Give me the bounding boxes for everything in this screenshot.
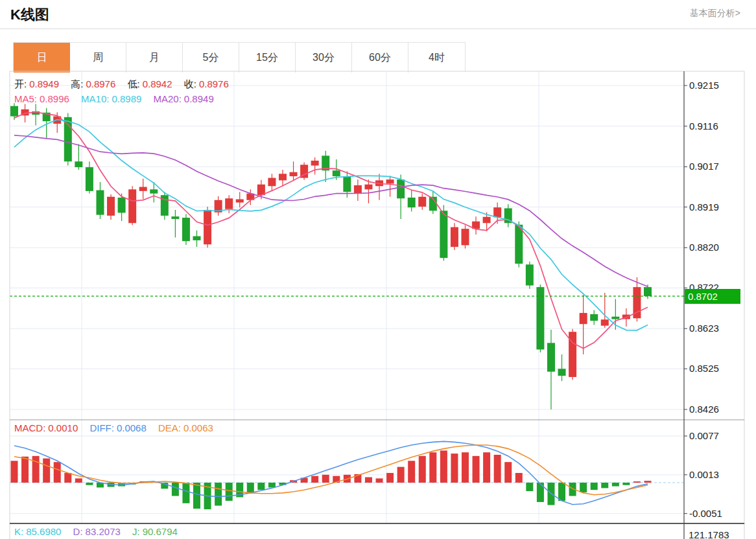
macd-label: MACD: (14, 422, 45, 433)
candle-body (128, 189, 136, 223)
candle-body (408, 198, 416, 207)
candle-body (225, 198, 233, 209)
candle-body (451, 227, 458, 247)
macd-histogram-bar (257, 483, 265, 490)
candle-body (204, 210, 211, 244)
candle-body (580, 313, 587, 324)
macd-histogram-bar (376, 478, 383, 483)
candle-body (139, 187, 147, 191)
macd-histogram-bar (397, 467, 405, 483)
macd-histogram-bar (580, 483, 587, 492)
candle-body (386, 179, 394, 183)
high-value: 0.8976 (86, 78, 115, 89)
k-label: K: (14, 526, 23, 537)
macd-histogram-bar (11, 461, 18, 483)
candle-body (483, 217, 491, 224)
candle-body (279, 174, 287, 180)
candle-body (311, 161, 319, 166)
macd-histogram-bar (515, 473, 523, 483)
ohlc-legend: 开:0.8949 高:0.8976 低:0.8942 收:0.8976 (14, 78, 231, 91)
candle-body (601, 319, 609, 326)
kdj-axis-label: 121.1783 (689, 529, 729, 539)
candle-body (611, 317, 619, 319)
macd-histogram-bar (21, 457, 29, 483)
macd-histogram-bar (86, 483, 93, 485)
price-axis-label: 0.9017 (689, 161, 719, 172)
diff-value: 0.0068 (117, 422, 147, 433)
candle-body (150, 189, 158, 193)
d-value: 83.2073 (86, 526, 121, 537)
macd-axis-label: 0.0077 (689, 430, 719, 441)
macd-histogram-bar (75, 478, 82, 483)
macd-histogram-bar (322, 475, 329, 483)
macd-histogram-bar (644, 481, 652, 483)
low-label: 低: (127, 78, 139, 89)
candle-body (193, 236, 201, 240)
candle-body (107, 197, 115, 216)
ma20-label: MA20: (154, 93, 182, 104)
price-axis-label: 0.8919 (689, 201, 719, 212)
macd-histogram-bar (558, 483, 565, 501)
kdj-legend: K:85.6980 D:83.2073 J:90.6794 (14, 526, 180, 537)
candle-body (364, 185, 372, 190)
macd-histogram-bar (440, 450, 447, 483)
macd-histogram-bar (54, 462, 61, 483)
macd-histogram-bar (215, 483, 222, 506)
candle-body (440, 211, 447, 258)
dea-value: 0.0063 (183, 422, 213, 433)
candle-body (343, 176, 351, 192)
macd-histogram-bar (226, 483, 233, 501)
j-label: J: (132, 526, 140, 537)
macd-histogram-bar (32, 456, 40, 483)
diff-line (14, 441, 648, 504)
macd-axis-label: -0.0051 (689, 508, 722, 519)
price-axis-label: 0.8525 (689, 363, 719, 374)
macd-histogram-bar (419, 456, 426, 483)
candle-body (10, 106, 18, 117)
diff-label: DIFF: (89, 422, 114, 433)
close-value: 0.8976 (199, 78, 229, 89)
macd-axis-label: 0.0013 (689, 469, 719, 480)
candle-body (397, 179, 405, 198)
macd-histogram-bar (172, 483, 179, 496)
open-value: 0.8949 (29, 78, 59, 89)
price-axis-label: 0.9215 (689, 80, 719, 91)
macd-histogram-bar (526, 483, 533, 491)
candle-body (118, 198, 126, 212)
k-value: 85.6980 (26, 526, 61, 537)
macd-histogram-bar (633, 481, 641, 483)
macd-value: 0.0010 (48, 422, 78, 433)
candle-body (354, 185, 362, 194)
j-value: 90.6794 (143, 526, 178, 537)
candle-body (171, 216, 179, 219)
high-label: 高: (71, 78, 83, 89)
macd-histogram-bar (386, 473, 394, 483)
macd-histogram-bar (182, 483, 189, 503)
candle-body (644, 287, 652, 296)
price-axis-label: 0.8426 (689, 404, 719, 415)
ma-legend: MA5:0.8996 MA10:0.8989 MA20:0.8949 (14, 93, 217, 104)
macd-histogram-bar (43, 459, 50, 483)
macd-histogram-bar (612, 483, 619, 487)
macd-histogram-bar (462, 452, 469, 483)
candle-body (86, 167, 93, 191)
close-label: 收: (184, 78, 196, 89)
macd-histogram-bar (193, 483, 200, 509)
ma10-line (14, 120, 648, 330)
macd-histogram-bar (64, 473, 71, 483)
candle-body (526, 264, 534, 285)
candle-body (418, 197, 426, 207)
candle-body (590, 314, 598, 321)
macd-histogram-bar (311, 476, 318, 483)
macd-histogram-bar (429, 452, 436, 483)
ma10-label: MA10: (81, 93, 109, 104)
candle-body (268, 178, 276, 187)
macd-histogram-bar (451, 453, 458, 483)
macd-legend: MACD:0.0010 DIFF:0.0068 DEA:0.0063 (14, 422, 216, 433)
candle-body (96, 190, 104, 215)
candle-body (461, 229, 469, 245)
ma5-label: MA5: (14, 93, 37, 104)
macd-histogram-bar (601, 483, 608, 488)
dea-label: DEA: (158, 422, 181, 433)
macd-histogram-bar (473, 456, 480, 483)
